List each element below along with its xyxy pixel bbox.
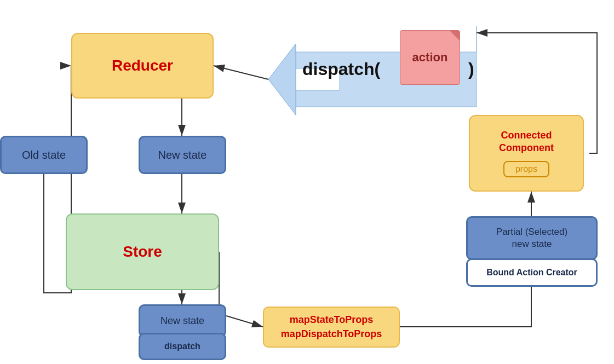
new-state-top-box: New state bbox=[139, 136, 226, 174]
diagram-container: Reducer Store Old state New state Connec… bbox=[0, 0, 614, 364]
action-label: action bbox=[412, 50, 448, 65]
store-box: Store bbox=[66, 213, 219, 290]
store-label: Store bbox=[123, 243, 162, 261]
props-box: props bbox=[503, 161, 549, 177]
props-label: props bbox=[515, 164, 537, 174]
old-state-label: Old state bbox=[22, 149, 66, 161]
mapstate-label: mapStateToPropsmapDispatchToProps bbox=[281, 313, 382, 340]
partial-state-box: Partial (Selected)new state bbox=[466, 216, 598, 260]
dispatch-keyword: dispatch( bbox=[302, 59, 380, 79]
dispatch-bottom-label: dispatch bbox=[164, 342, 200, 351]
new-state-bottom-box: New state bbox=[139, 304, 226, 337]
dispatch-text: dispatch( bbox=[302, 59, 380, 79]
connected-component-label: ConnectedComponent bbox=[499, 129, 554, 155]
connected-component-box: ConnectedComponent props bbox=[469, 115, 584, 192]
svg-line-8 bbox=[226, 316, 263, 327]
mapstate-box: mapStateToPropsmapDispatchToProps bbox=[263, 307, 400, 348]
action-note: action bbox=[400, 30, 460, 85]
new-state-top-label: New state bbox=[158, 149, 207, 161]
svg-line-10 bbox=[214, 66, 268, 79]
partial-state-label: Partial (Selected)new state bbox=[496, 226, 567, 250]
dispatch-close-paren: ) bbox=[468, 59, 474, 79]
reducer-box: Reducer bbox=[71, 33, 214, 99]
svg-marker-3 bbox=[268, 44, 296, 115]
old-state-box: Old state bbox=[0, 136, 88, 174]
bound-action-label: Bound Action Creator bbox=[486, 268, 577, 278]
bound-action-box: Bound Action Creator bbox=[466, 258, 598, 287]
new-state-bottom-label: New state bbox=[160, 315, 204, 327]
reducer-label: Reducer bbox=[112, 57, 173, 74]
dispatch-bottom-box: dispatch bbox=[139, 333, 226, 360]
